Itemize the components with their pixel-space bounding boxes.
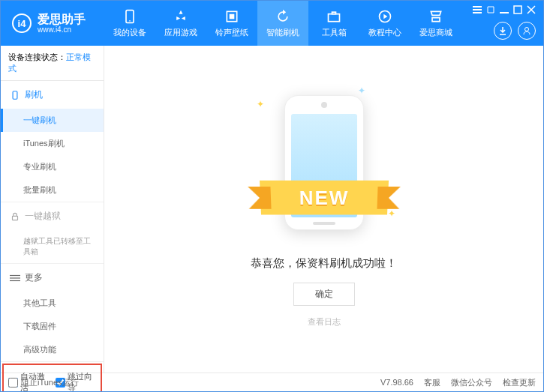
skin-icon[interactable] (486, 5, 495, 14)
download-button[interactable] (494, 22, 512, 40)
logo-icon: i4 (12, 13, 32, 33)
new-banner: NEW (259, 180, 388, 214)
brand-url: www.i4.cn (38, 25, 86, 34)
refresh-icon (275, 9, 290, 24)
phone-flash-icon (10, 90, 20, 100)
version-label: V7.98.66 (380, 378, 413, 387)
user-avatar[interactable] (518, 22, 536, 40)
sidebar-item-batch-flash[interactable]: 批量刷机 (1, 178, 104, 202)
sidebar-group-more[interactable]: 更多 (1, 264, 104, 292)
jailbreak-note: 越狱工具已转移至工具箱 (1, 230, 104, 263)
ok-button[interactable]: 确定 (293, 283, 355, 306)
check-update-link[interactable]: 检查更新 (503, 377, 536, 388)
nav-tutorials[interactable]: 教程中心 (359, 1, 410, 46)
checkbox-label: 阻止iTunes运行 (21, 377, 79, 388)
minimize-icon[interactable] (500, 5, 509, 14)
nav-label: 我的设备 (113, 27, 146, 38)
window-controls (473, 5, 536, 14)
svg-rect-16 (10, 277, 20, 278)
svg-rect-7 (473, 6, 482, 7)
svg-point-1 (129, 20, 131, 22)
nav-label: 铃声壁纸 (215, 27, 248, 38)
menu-icon[interactable] (473, 5, 482, 14)
sidebar: 设备连接状态：正常模式 刷机 一键刷机 iTunes刷机 专业刷机 批量刷机 一… (1, 46, 104, 373)
nav-label: 爱思商城 (419, 27, 452, 38)
sidebar-item-one-click-flash[interactable]: 一键刷机 (1, 109, 104, 132)
view-log-link[interactable]: 查看日志 (308, 316, 341, 328)
svg-rect-14 (13, 216, 18, 220)
svg-rect-10 (500, 12, 509, 13)
sidebar-item-other-tools[interactable]: 其他工具 (1, 292, 104, 315)
logo: i4 爱思助手 www.i4.cn (1, 13, 97, 34)
group-label: 更多 (25, 271, 43, 284)
brand-name: 爱思助手 (38, 13, 86, 25)
svg-rect-3 (230, 13, 235, 19)
svg-rect-15 (10, 274, 20, 275)
svg-point-12 (525, 28, 529, 31)
nav-smart-flash[interactable]: 智能刷机 (257, 1, 308, 46)
nav-apps-games[interactable]: 应用游戏 (155, 1, 206, 46)
app-header: i4 爱思助手 www.i4.cn 我的设备 应用游戏 铃声壁纸 智能刷机 工具… (1, 1, 543, 46)
nav-label: 教程中心 (368, 27, 401, 38)
svg-rect-4 (329, 13, 340, 21)
group-label: 一键越狱 (25, 210, 61, 223)
nav-label: 工具箱 (322, 27, 347, 38)
svg-rect-9 (473, 12, 482, 13)
svg-rect-5 (332, 12, 336, 14)
store-icon (428, 9, 443, 24)
maximize-icon[interactable] (513, 5, 522, 14)
success-message: 恭喜您，保资料刷机成功啦！ (251, 256, 397, 271)
menu-icon (10, 273, 20, 283)
wechat-link[interactable]: 微信公众号 (451, 377, 492, 388)
status-label: 设备连接状态： (8, 52, 66, 61)
sidebar-item-advanced[interactable]: 高级功能 (1, 338, 104, 361)
svg-rect-17 (10, 280, 20, 280)
user-icon (522, 26, 531, 35)
nav-toolbox[interactable]: 工具箱 (308, 1, 359, 46)
group-label: 刷机 (25, 88, 43, 101)
nav-label: 智能刷机 (266, 27, 299, 38)
block-itunes-checkbox[interactable]: 阻止iTunes运行 (8, 377, 79, 388)
sidebar-item-itunes-flash[interactable]: iTunes刷机 (1, 132, 104, 155)
download-icon (498, 26, 507, 35)
nav-my-devices[interactable]: 我的设备 (104, 1, 155, 46)
wallpaper-icon (224, 9, 239, 24)
connection-status: 设备连接状态：正常模式 (1, 46, 104, 81)
nav-store[interactable]: 爱思商城 (410, 1, 461, 46)
toolbox-icon (326, 9, 341, 24)
svg-rect-8 (473, 9, 482, 10)
main-content: ✦ ✦ ✦ NEW 恭喜您，保资料刷机成功啦！ 确定 查看日志 (104, 46, 543, 373)
sidebar-group-jailbreak: 一键越狱 (1, 202, 104, 230)
top-nav: 我的设备 应用游戏 铃声壁纸 智能刷机 工具箱 教程中心 爱思商城 (104, 1, 461, 46)
tutorial-icon (377, 9, 392, 24)
header-user-area (494, 22, 536, 40)
lock-icon (10, 211, 20, 222)
nav-label: 应用游戏 (164, 27, 197, 38)
success-illustration: ✦ ✦ ✦ NEW (268, 91, 380, 241)
apps-icon (173, 9, 188, 24)
close-icon[interactable] (527, 5, 536, 14)
support-link[interactable]: 客服 (424, 377, 440, 388)
svg-rect-11 (514, 6, 521, 13)
nav-ringtones[interactable]: 铃声壁纸 (206, 1, 257, 46)
sidebar-item-download-firmware[interactable]: 下载固件 (1, 315, 104, 338)
sidebar-item-pro-flash[interactable]: 专业刷机 (1, 155, 104, 178)
svg-rect-13 (13, 91, 17, 99)
sidebar-group-flash[interactable]: 刷机 (1, 81, 104, 109)
phone-icon (122, 9, 137, 24)
